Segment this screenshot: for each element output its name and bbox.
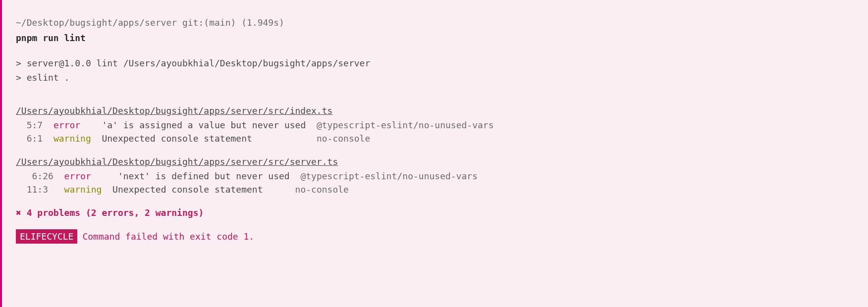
script-line: > eslint . — [16, 71, 854, 84]
npm-script-header: > server@1.0.0 lint /Users/ayoubkhial/De… — [16, 56, 854, 84]
issue-severity-error: error — [64, 169, 102, 183]
issue-severity-warning: warning — [64, 183, 102, 196]
issue-rule: no-console — [317, 132, 370, 145]
issue-severity-error: error — [54, 118, 91, 132]
file-path: /Users/ayoubkhial/Desktop/bugsight/apps/… — [16, 155, 854, 168]
issue-rule: @typescript-eslint/no-unused-vars — [317, 118, 494, 132]
lifecycle-message: Command failed with exit code 1. — [82, 230, 254, 243]
issue-rule: no-console — [295, 183, 349, 196]
issue-location: 6:1 — [16, 132, 43, 145]
lint-summary: ✖ 4 problems (2 errors, 2 warnings) — [16, 206, 854, 219]
lifecycle-badge: ELIFECYCLE — [16, 229, 77, 244]
script-line: > server@1.0.0 lint /Users/ayoubkhial/De… — [16, 56, 854, 70]
issue-message: 'a' is assigned a value but never used — [102, 118, 316, 132]
summary-x-icon: ✖ — [16, 207, 21, 218]
file-path: /Users/ayoubkhial/Desktop/bugsight/apps/… — [16, 104, 854, 117]
lint-issue-row: 11:3 warning Unexpected console statemen… — [16, 183, 854, 196]
lifecycle-error-line: ELIFECYCLE Command failed with exit code… — [16, 229, 854, 244]
lint-issue-row: 6:26 error 'next' is defined but never u… — [16, 169, 854, 183]
lint-issue-row: 6:1 warning Unexpected console statement… — [16, 132, 854, 145]
summary-text: 4 problems (2 errors, 2 warnings) — [21, 207, 204, 218]
lint-issue-row: 5:7 error 'a' is assigned a value but ne… — [16, 118, 854, 132]
shell-prompt: ~/Desktop/bugsight/apps/server git:(main… — [16, 16, 854, 29]
issue-location: 11:3 — [16, 183, 54, 196]
issue-message: Unexpected console statement — [102, 132, 316, 145]
file-issue-block: /Users/ayoubkhial/Desktop/bugsight/apps/… — [16, 104, 854, 145]
issue-message: 'next' is defined but never used — [118, 169, 300, 183]
shell-command: pnpm run lint — [16, 31, 854, 45]
terminal-output[interactable]: ~/Desktop/bugsight/apps/server git:(main… — [16, 16, 854, 244]
issue-severity-warning: warning — [54, 132, 91, 145]
issue-location: 5:7 — [16, 118, 43, 132]
issue-rule: @typescript-eslint/no-unused-vars — [300, 169, 478, 183]
file-issue-block: /Users/ayoubkhial/Desktop/bugsight/apps/… — [16, 155, 854, 196]
issue-message: Unexpected console statement — [112, 183, 295, 196]
issue-location: 6:26 — [16, 169, 54, 183]
